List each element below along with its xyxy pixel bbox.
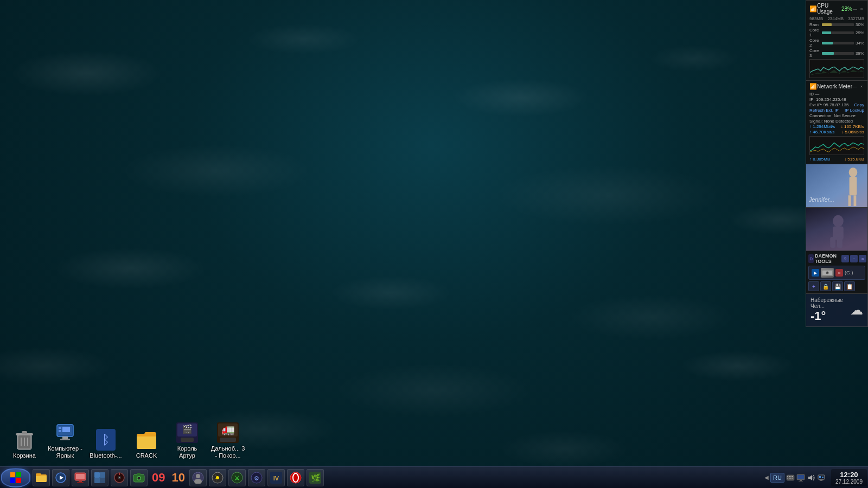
svg-text:🚛: 🚛 <box>221 423 235 436</box>
desktop-icons-area: Корзина Компьютер - Ярлык <box>5 420 247 461</box>
svg-text:IV: IV <box>273 475 279 481</box>
daemon-close-btn[interactable]: × <box>859 255 866 262</box>
svg-rect-10 <box>837 237 843 248</box>
svg-rect-80 <box>787 476 788 477</box>
svg-rect-24 <box>62 436 68 439</box>
daemon-help-btn[interactable]: ? <box>841 255 849 262</box>
daemon-rss-btn[interactable]: ~ <box>850 255 858 262</box>
cpu-minimize-icon[interactable]: — <box>852 6 858 11</box>
daemon-title-label: DAEMON TOOLS <box>815 253 840 264</box>
svg-rect-3 <box>848 195 851 206</box>
daemon-copy-button[interactable]: 📋 <box>844 281 855 291</box>
taskbar-btn-game3[interactable]: IV <box>267 469 285 486</box>
network-wifi-icon: 📶 <box>809 83 817 90</box>
taskbar-btn-explorer[interactable] <box>33 469 50 486</box>
network-close-icon[interactable]: × <box>859 84 864 89</box>
svg-rect-96 <box>822 477 824 478</box>
svg-marker-91 <box>808 475 812 480</box>
cpu-widget-title: 📶 CPU Usage 28% — × <box>809 3 864 15</box>
tray-display-icon <box>796 473 805 482</box>
daemon-add-button[interactable]: + <box>808 281 819 291</box>
computer-icon <box>54 422 76 444</box>
taskbar-btn-monitor[interactable] <box>72 469 89 486</box>
taskbar-btn-game1[interactable]: ⚔ <box>228 469 246 486</box>
daemon-eject-button[interactable]: × <box>835 269 843 277</box>
svg-rect-93 <box>819 479 824 480</box>
daemon-drive-icon <box>821 268 834 278</box>
svg-point-14 <box>827 272 828 273</box>
daemon-save-button[interactable]: 💾 <box>832 281 843 291</box>
svg-rect-83 <box>792 476 793 477</box>
desktop-icon-computer[interactable]: Компьютер - Ярлык <box>46 420 84 461</box>
taskbar-btn-camera[interactable] <box>130 469 148 486</box>
start-button[interactable] <box>1 468 30 487</box>
svg-rect-44 <box>36 476 47 482</box>
cpu-close-icon[interactable]: × <box>859 6 864 11</box>
svg-text:🎬: 🎬 <box>182 424 193 434</box>
tray-network-icon <box>817 473 826 482</box>
widget-cpu: 📶 CPU Usage 28% — × 983MB 2344MB 3327MB … <box>806 0 868 81</box>
taskbar: 09 10 <box>0 466 868 488</box>
dalnoboy-label: Дальноб... 3 - Покор... <box>210 445 245 459</box>
svg-text:⚙: ⚙ <box>254 475 259 481</box>
taskbar-btn-app1[interactable]: 🌿 <box>307 469 324 486</box>
network-connection-row: Connection: Not Secure <box>809 113 864 118</box>
desktop-icon-bluetooth[interactable]: ᛒ Bluetooth-... <box>87 427 125 461</box>
wifi-icon: 📶 <box>809 5 817 12</box>
network-speed-row2: ↑ 46.70Kbit/s ↓ 5.06Kbit/s <box>809 130 864 134</box>
tray-expand-arrow[interactable]: ◀ <box>764 474 769 480</box>
svg-rect-38 <box>220 438 236 442</box>
svg-rect-9 <box>830 237 835 248</box>
bluetooth-label: Bluetooth-... <box>90 452 122 459</box>
taskbar-btn-switcher[interactable] <box>91 469 108 486</box>
widget-network: 📶 Network Meter — × ID — IP: 169.254.235… <box>806 81 868 164</box>
clock-area[interactable]: 12:20 27.12.2009 <box>831 469 867 486</box>
svg-point-1 <box>849 168 858 177</box>
cpu-core3-row: Core 3 38% <box>809 48 864 58</box>
svg-rect-82 <box>790 476 792 477</box>
desktop-icon-crack[interactable]: CRACK <box>127 427 165 461</box>
taskbar-btn-game2[interactable]: ⚙ <box>248 469 265 486</box>
taskbar-btn-media[interactable] <box>52 469 69 486</box>
weather-city-label: Набережные Чел... <box>810 297 850 309</box>
desktop-icon-recycle[interactable]: Корзина <box>5 427 43 461</box>
svg-rect-51 <box>77 482 84 483</box>
svg-rect-90 <box>799 481 803 481</box>
tray-keyboard-icon <box>786 473 795 482</box>
taskbar-btn-number09[interactable]: 09 <box>150 469 167 486</box>
king-arthur-label: Король Артур <box>170 445 205 459</box>
svg-rect-95 <box>819 476 821 478</box>
daemon-lock-button[interactable]: 🔒 <box>820 281 831 291</box>
king-arthur-icon: 🎬 <box>176 422 198 444</box>
taskbar-btn-number10[interactable]: 10 <box>169 469 187 486</box>
svg-rect-81 <box>789 476 790 477</box>
svg-rect-94 <box>820 480 822 481</box>
daemon-play-button[interactable]: ▶ <box>812 269 819 277</box>
clock-time-display: 12:20 <box>835 471 863 479</box>
recycle-bin-label: Корзина <box>13 452 36 459</box>
taskbar-number-09: 09 <box>152 471 165 485</box>
svg-rect-86 <box>792 478 793 479</box>
svg-rect-85 <box>789 478 791 479</box>
svg-point-7 <box>833 215 844 227</box>
cpu-title-label: CPU Usage <box>817 3 841 15</box>
daemon-header: D DAEMON TOOLS ? ~ × <box>808 253 865 264</box>
svg-text:🌿: 🌿 <box>310 473 320 483</box>
widget-photo1: Jennifer... <box>806 164 868 208</box>
svg-rect-4 <box>853 195 856 206</box>
desktop-icon-king-arthur[interactable]: 🎬 Король Артур <box>168 420 206 461</box>
crack-folder-icon <box>136 429 157 451</box>
desktop-icon-dalnoboy[interactable]: 🚛 Дальноб... 3 - Покор... <box>209 420 247 461</box>
taskbar-btn-nuclear[interactable] <box>209 469 226 486</box>
taskbar-btn-music[interactable] <box>111 469 128 486</box>
tray-sound-icon <box>807 473 815 482</box>
photo1-background: Jennifer... <box>806 164 867 207</box>
cpu-header-icons: — × <box>852 6 864 11</box>
cpu-usage-value: 28% <box>841 6 852 12</box>
taskbar-btn-avatar[interactable] <box>189 469 207 486</box>
dalnoboy-icon: 🚛 <box>217 422 239 444</box>
tray-language-indicator[interactable]: RU <box>770 473 784 483</box>
taskbar-btn-opera[interactable] <box>287 469 304 486</box>
bluetooth-icon: ᛒ <box>95 429 117 451</box>
network-minimize-icon[interactable]: — <box>852 84 858 89</box>
